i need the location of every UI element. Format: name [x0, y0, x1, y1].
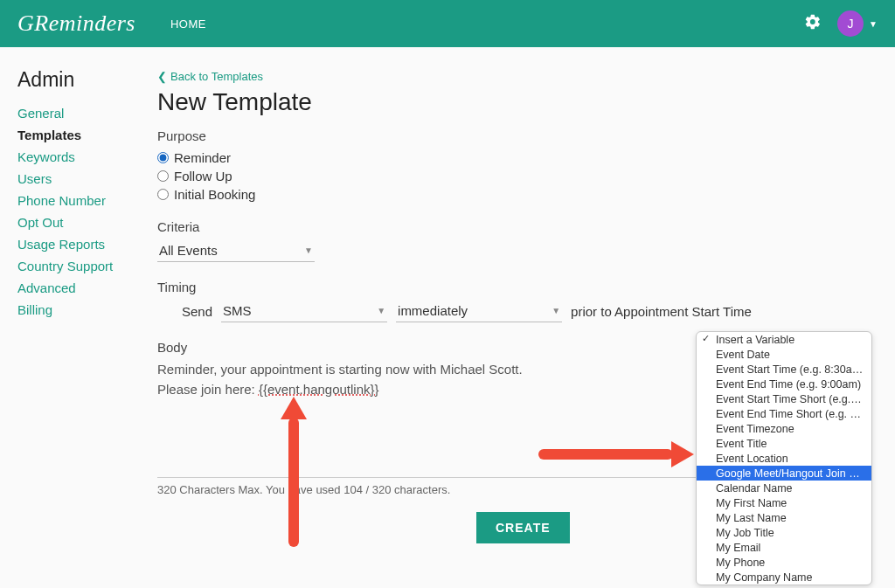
dropdown-item[interactable]: My First Name	[697, 495, 871, 510]
header-left: GReminders HOME	[17, 10, 206, 37]
dropdown-item-label: My Last Name	[716, 512, 787, 524]
dropdown-item[interactable]: Calendar Name	[697, 481, 871, 495]
dropdown-item[interactable]: Google Meet/Hangout Join Link	[697, 466, 871, 481]
sidebar-item-billing[interactable]: Billing	[17, 299, 157, 321]
body-variable-token: {{event.hangoutlink}}	[259, 382, 379, 397]
dropdown-item[interactable]: My Email	[697, 540, 871, 555]
sidebar-item-usage-reports[interactable]: Usage Reports	[17, 233, 157, 255]
app-header: GReminders HOME J ▼	[0, 0, 895, 47]
dropdown-item[interactable]: Event Title	[697, 436, 871, 451]
page-title: New Template	[157, 88, 860, 116]
dropdown-item-label: Google Meet/Hangout Join Link	[716, 467, 869, 480]
back-link-label: Back to Templates	[170, 70, 263, 83]
dropdown-item-label: My Job Title	[716, 527, 774, 539]
variable-dropdown[interactable]: ✓Insert a VariableEvent DateEvent Start …	[696, 331, 872, 585]
dropdown-item[interactable]: My Last Name	[697, 510, 871, 525]
sidebar-item-keywords[interactable]: Keywords	[17, 146, 157, 168]
sidebar-item-general[interactable]: General	[17, 102, 157, 124]
purpose-radio[interactable]	[157, 189, 169, 200]
create-button[interactable]: CREATE	[476, 512, 570, 543]
dropdown-item-label: My Company Name	[716, 571, 812, 584]
sidebar-title: Admin	[17, 68, 157, 92]
criteria-select[interactable]: All Events ▼	[157, 239, 315, 262]
dropdown-item[interactable]: Event Location	[697, 451, 871, 466]
dropdown-item-label: Event Date	[716, 349, 770, 361]
sidebar: Admin GeneralTemplatesKeywordsUsersPhone…	[17, 68, 157, 543]
sidebar-item-phone-number[interactable]: Phone Number	[17, 190, 157, 211]
annotation-arrow-vertical	[288, 418, 299, 547]
dropdown-item-label: My Email	[716, 542, 760, 554]
back-to-templates-link[interactable]: ❮ Back to Templates	[157, 70, 263, 83]
dropdown-item-label: Insert a Variable	[716, 334, 794, 346]
dropdown-item[interactable]: My Job Title	[697, 525, 871, 540]
chevron-down-icon: ▼	[304, 246, 313, 255]
timing-group: Timing Send SMS ▼ immediately ▼ prior to…	[157, 280, 860, 322]
dropdown-item-label: Event Start Time Short (e.g. 8am)	[716, 393, 871, 405]
user-menu[interactable]: J ▼	[837, 10, 878, 37]
dropdown-item[interactable]: Event Date	[697, 347, 871, 362]
timing-when-value: immediately	[398, 303, 468, 318]
sidebar-item-templates[interactable]: Templates	[17, 124, 157, 146]
timing-label: Timing	[157, 280, 860, 294]
dropdown-item-label: Event Timezone	[716, 423, 794, 435]
criteria-value: All Events	[159, 243, 218, 258]
dropdown-item-label: Event End Time (e.g. 9:00am)	[716, 378, 861, 391]
criteria-label: Criteria	[157, 219, 860, 234]
dropdown-item-label: Event Start Time (e.g. 8:30am)	[716, 363, 864, 376]
gear-icon[interactable]	[804, 13, 822, 34]
sidebar-nav: GeneralTemplatesKeywordsUsersPhone Numbe…	[17, 102, 157, 321]
dropdown-item[interactable]: My Company Name	[697, 570, 871, 585]
purpose-radio[interactable]	[157, 170, 169, 182]
caret-down-icon: ▼	[869, 19, 878, 29]
body-line1: Reminder, your appointment is starting n…	[157, 362, 523, 377]
purpose-option-label: Initial Booking	[174, 187, 255, 202]
avatar: J	[837, 10, 864, 37]
dropdown-item[interactable]: Event Timezone	[697, 421, 871, 436]
timing-suffix-text: prior to Appointment Start Time	[571, 304, 752, 322]
dropdown-item[interactable]: My Phone	[697, 555, 871, 570]
dropdown-item[interactable]: ✓Insert a Variable	[697, 332, 871, 347]
sidebar-item-country-support[interactable]: Country Support	[17, 255, 157, 277]
dropdown-item-label: Calendar Name	[716, 482, 793, 495]
header-right: J ▼	[804, 10, 878, 37]
dropdown-item[interactable]: Event Start Time (e.g. 8:30am)	[697, 362, 871, 377]
dropdown-item-label: Event Location	[716, 453, 788, 465]
chevron-down-icon: ▼	[552, 306, 560, 315]
timing-channel-value: SMS	[223, 303, 252, 318]
annotation-arrow-horizontal	[538, 449, 673, 460]
purpose-radio[interactable]	[157, 152, 169, 163]
timing-channel-select[interactable]: SMS ▼	[221, 300, 387, 322]
sidebar-item-advanced[interactable]: Advanced	[17, 277, 157, 299]
purpose-option-follow-up[interactable]: Follow Up	[157, 167, 860, 185]
dropdown-item[interactable]: Event Start Time Short (e.g. 8am)	[697, 391, 871, 406]
criteria-group: Criteria All Events ▼	[157, 219, 860, 262]
dropdown-item-label: My Phone	[716, 557, 765, 569]
chevron-down-icon: ▼	[377, 306, 385, 315]
purpose-label: Purpose	[157, 128, 860, 143]
dropdown-item-label: My First Name	[716, 497, 787, 509]
dropdown-item[interactable]: Event End Time (e.g. 9:00am)	[697, 377, 871, 391]
check-icon: ✓	[702, 333, 710, 344]
body-line2-prefix: Please join here:	[157, 382, 259, 397]
purpose-option-reminder[interactable]: Reminder	[157, 149, 860, 167]
dropdown-item[interactable]: Event End Time Short (e.g. 9am)	[697, 406, 871, 421]
purpose-option-label: Follow Up	[174, 169, 232, 183]
purpose-option-initial-booking[interactable]: Initial Booking	[157, 185, 860, 204]
dropdown-item-label: Event End Time Short (e.g. 9am)	[716, 408, 871, 420]
timing-send-text: Send	[182, 304, 212, 322]
sidebar-item-users[interactable]: Users	[17, 168, 157, 190]
timing-when-select[interactable]: immediately ▼	[396, 300, 562, 322]
purpose-group: Purpose ReminderFollow UpInitial Booking	[157, 128, 860, 204]
purpose-option-label: Reminder	[174, 150, 231, 165]
sidebar-item-opt-out[interactable]: Opt Out	[17, 211, 157, 233]
dropdown-item-label: Event Title	[716, 438, 767, 450]
chevron-left-icon: ❮	[157, 70, 167, 83]
logo: GReminders	[17, 10, 135, 37]
home-link[interactable]: HOME	[170, 17, 206, 31]
